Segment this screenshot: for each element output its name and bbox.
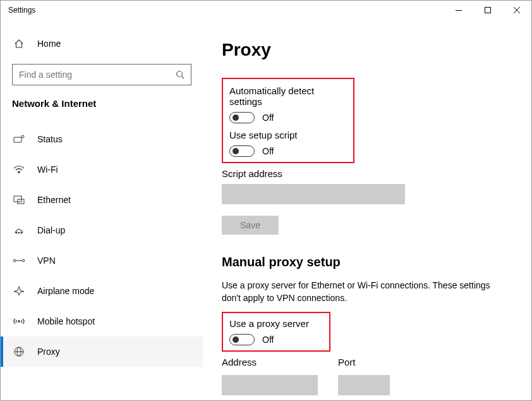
port-input xyxy=(338,375,390,395)
manual-proxy-heading: Manual proxy setup xyxy=(222,255,512,269)
ethernet-icon xyxy=(12,194,26,206)
svg-point-15 xyxy=(22,259,25,262)
page-title: Proxy xyxy=(222,40,512,60)
nav-label: VPN xyxy=(37,256,56,266)
address-input xyxy=(222,375,318,395)
svg-point-11 xyxy=(16,232,17,233)
setup-script-label: Use setup script xyxy=(229,130,343,140)
sidebar-item-proxy[interactable]: Proxy xyxy=(1,336,203,367)
nav-label: Mobile hotspot xyxy=(37,316,95,326)
proxy-icon xyxy=(12,345,26,358)
svg-point-7 xyxy=(21,135,24,138)
close-button[interactable] xyxy=(502,1,531,20)
use-proxy-state: Off xyxy=(262,335,274,345)
setup-script-toggle[interactable] xyxy=(229,145,255,157)
use-proxy-label: Use a proxy server xyxy=(229,318,319,329)
sidebar-item-wifi[interactable]: Wi-Fi xyxy=(1,154,203,185)
status-icon xyxy=(12,133,26,145)
maximize-button[interactable] xyxy=(473,1,502,20)
auto-detect-toggle[interactable] xyxy=(229,112,255,123)
script-address-label: Script address xyxy=(222,168,512,179)
search-input[interactable] xyxy=(13,70,169,80)
nav-label: Dial-up xyxy=(37,225,65,235)
highlight-box-auto: Automatically detect settings Off Use se… xyxy=(222,78,354,163)
sidebar-item-dialup[interactable]: Dial-up xyxy=(1,215,203,245)
nav-label: Wi-Fi xyxy=(37,164,58,175)
window-title: Settings xyxy=(8,6,35,15)
search-box[interactable] xyxy=(12,64,191,85)
svg-point-14 xyxy=(13,259,16,262)
home-label: Home xyxy=(37,39,61,49)
setup-script-state: Off xyxy=(262,146,274,156)
highlight-box-proxy: Use a proxy server Off xyxy=(222,312,330,352)
dialup-icon xyxy=(12,224,26,237)
svg-point-17 xyxy=(18,321,20,322)
home-link[interactable]: Home xyxy=(1,32,203,55)
svg-rect-6 xyxy=(14,137,21,142)
category-title: Network & Internet xyxy=(1,98,203,124)
svg-line-5 xyxy=(182,77,184,79)
titlebar: Settings xyxy=(1,1,531,20)
svg-point-12 xyxy=(18,232,20,233)
sidebar-item-ethernet[interactable]: Ethernet xyxy=(1,185,203,215)
svg-point-4 xyxy=(177,71,183,77)
svg-rect-1 xyxy=(485,8,491,13)
script-address-input xyxy=(222,184,405,204)
nav-label: Airplane mode xyxy=(37,286,94,296)
home-icon xyxy=(12,37,26,50)
window-controls xyxy=(444,1,531,20)
nav-label: Status xyxy=(37,134,63,144)
wifi-icon xyxy=(12,163,26,176)
content-pane: Proxy Automatically detect settings Off … xyxy=(203,20,531,400)
auto-detect-state: Off xyxy=(262,113,274,123)
address-label: Address xyxy=(222,357,318,367)
sidebar: Home Network & Internet Status Wi-Fi xyxy=(1,20,203,400)
vpn-icon xyxy=(12,254,26,267)
sidebar-item-hotspot[interactable]: Mobile hotspot xyxy=(1,306,203,336)
hotspot-icon xyxy=(12,315,26,328)
port-label: Port xyxy=(338,357,390,367)
auto-detect-label: Automatically detect settings xyxy=(229,85,343,107)
svg-point-8 xyxy=(18,171,20,173)
airplane-icon xyxy=(12,285,26,297)
nav-label: Proxy xyxy=(37,347,60,357)
nav-label: Ethernet xyxy=(37,195,71,205)
save-button: Save xyxy=(222,216,279,235)
svg-point-13 xyxy=(21,232,22,233)
sidebar-item-status[interactable]: Status xyxy=(1,124,203,154)
sidebar-item-vpn[interactable]: VPN xyxy=(1,245,203,276)
search-icon xyxy=(169,70,191,79)
use-proxy-toggle[interactable] xyxy=(229,334,255,345)
manual-proxy-description: Use a proxy server for Ethernet or Wi-Fi… xyxy=(222,280,493,304)
sidebar-item-airplane[interactable]: Airplane mode xyxy=(1,276,203,306)
minimize-button[interactable] xyxy=(444,1,473,20)
